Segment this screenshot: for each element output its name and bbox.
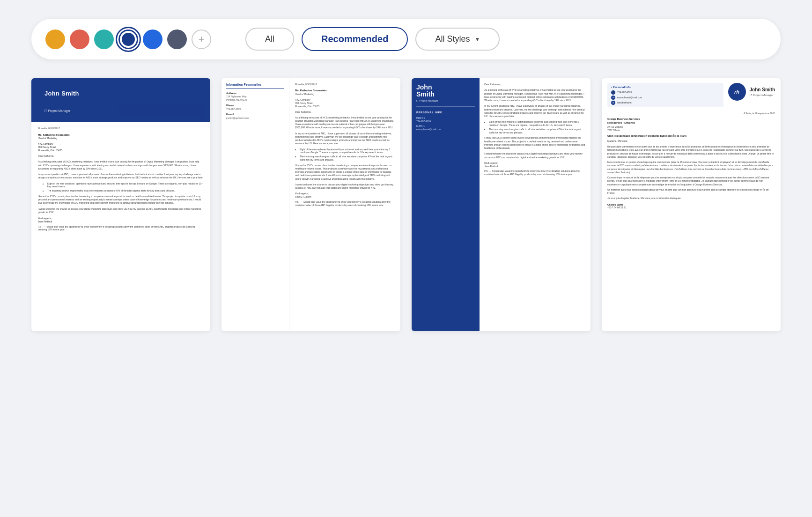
card4-name: John Smith	[750, 87, 775, 93]
card4-pi-box: • Personal Info 📞 774-987-4009 ✉ example…	[607, 83, 723, 107]
card3-bullet-2: The incoming search engine traffic to al…	[489, 128, 586, 134]
card2-para4: I would welcome the chance to discuss yo…	[295, 183, 395, 190]
card3-para3: In my current position at ABC, I have su…	[484, 104, 586, 118]
card2-para3: I know that XYZ's current plans involve …	[295, 164, 395, 181]
card4-avatar: rh	[728, 83, 746, 101]
color-swatches: +	[45, 30, 211, 49]
card4-sign-phone: +33 7 54 84 21 21	[607, 206, 775, 209]
card3-email-label: E-mail	[416, 125, 475, 128]
card4-jobtitle: IT Project Manager	[750, 93, 775, 97]
card4-linkedin: /innoberthahn	[617, 101, 632, 104]
card3-ps: P.S. — I would also value the opportunit…	[484, 170, 586, 176]
card4-linkedin-row: in /innoberthahn	[611, 101, 720, 105]
card1-company: XYZ Company 000 Peony Street Flowerville…	[38, 142, 204, 152]
card4-email-row: ✉ examplemail@mail.com	[611, 96, 720, 100]
blue-ring-swatch[interactable]	[118, 30, 138, 49]
card4-date-loc: À Paris, le 20 septembre 2020	[607, 112, 775, 115]
card1-dear: Dear Katherine,	[38, 155, 204, 158]
card4-para3: Conscient que le marché de la téléphonie…	[607, 176, 775, 186]
dropdown-arrow-icon: ▼	[474, 36, 480, 43]
resume-card-4[interactable]: • Personal Info 📞 774-987-4009 ✉ example…	[602, 78, 781, 331]
teal-swatch[interactable]	[94, 30, 114, 49]
card4-para4: Un entretien avec vous serait l'occasion…	[607, 188, 775, 195]
email-icon: ✉	[611, 96, 615, 100]
card2-para2: In my current position at ABC, I have su…	[295, 132, 395, 146]
card3-content: Dear Katherine, As a lifelong enthusiast…	[480, 78, 591, 331]
card3-email: examplemail@mail.com	[416, 128, 475, 131]
card1-para3: I know that XYZ's current plans involve …	[38, 195, 204, 205]
all-filter-button[interactable]: All	[245, 28, 294, 51]
toolbar-divider	[233, 28, 233, 51]
card1-para4: I would welcome the chance to discuss yo…	[38, 207, 204, 214]
card4-phone-row: 📞 774-987-4009	[611, 90, 720, 95]
dark-grey-swatch[interactable]	[167, 30, 187, 49]
card3-phone-label: Phone	[416, 117, 475, 120]
resume-card-3[interactable]: JohnSmith IT Project Manager Personal In…	[412, 78, 591, 331]
card2-email-label: E-mail	[226, 113, 284, 116]
card1-bullets: Eight of the nine websites I optimized h…	[38, 182, 204, 192]
card2-right-column: Flowville, 06/01/2017 Ms. Katherine Bloo…	[289, 78, 400, 331]
card1-date: Flowville, 06/01/2017	[38, 127, 204, 130]
recommended-filter-button[interactable]: Recommended	[302, 27, 408, 51]
card1-para2: In my current position at ABC, I have su…	[38, 173, 204, 180]
card4-para5: Je vous prie d'agréer, Madame, Monsieur,…	[607, 197, 775, 200]
card1-header: John Smith IT Project Manager	[31, 78, 210, 122]
card4-top-section: • Personal Info 📞 774-987-4009 ✉ example…	[602, 78, 781, 112]
card2-phone-label: Phone	[226, 104, 284, 107]
resume-card-2[interactable]: Information Pesonnelles Address 124 Righ…	[221, 78, 400, 331]
resume-card-1[interactable]: John Smith IT Project Manager Flowville,…	[31, 78, 210, 331]
card2-phone-val: 774-987-4009	[226, 108, 284, 111]
add-swatch-button[interactable]: +	[192, 30, 211, 49]
card1-recipient: Ms. Katherine Bloomstein Head of Marketi…	[38, 133, 204, 140]
linkedin-icon: in	[611, 101, 615, 105]
card3-sign: Kind regards,Jane Redlock	[484, 162, 586, 168]
card3-para1: Dear Katherine,	[484, 83, 586, 86]
card4-email: examplemail@mail.com	[617, 96, 642, 99]
card2-para1: As a lifelong enthusiast of XYZ's market…	[295, 116, 395, 130]
resume-cards-grid: John Smith IT Project Manager Flowville,…	[31, 78, 781, 331]
card4-address: 27 rue Médéric75017 Paris	[607, 126, 775, 132]
card4-dept: Ressources Humaines	[607, 121, 775, 125]
card4-name-block: rh John Smith IT Project Manager	[728, 83, 775, 101]
card1-title: IT Project Manager	[38, 103, 204, 118]
toolbar: + All Recommended All Styles ▼	[31, 19, 781, 59]
card4-sign-name: Charles Sartre	[607, 203, 775, 207]
card1-body: Flowville, 06/01/2017 Ms. Katherine Bloo…	[31, 122, 210, 236]
card2-bullets: Eight of the nine websites I optimized h…	[295, 148, 395, 162]
card3-bullets: Eight of the nine websites I optimized h…	[484, 120, 586, 134]
card4-salutation: Madame, Monsieur,	[607, 140, 775, 143]
card4-subject: Objet : Responsable commercial en téléph…	[607, 134, 775, 138]
card1-signature: Kind regards, Jane Redlock	[38, 217, 204, 223]
card2-address-val: 124 Rightward WayPortland, ME 04210	[226, 95, 284, 102]
card4-personal-info-box: • Personal Info 📞 774-987-4009 ✉ example…	[607, 83, 723, 109]
recipient-role: Head of Marketing	[38, 137, 204, 140]
card2-layout: Information Pesonnelles Address 124 Righ…	[221, 78, 400, 331]
card2-company: XYZ Company099 Peony StreetFlowerville, …	[295, 98, 395, 108]
card3-name: JohnSmith	[416, 84, 475, 98]
card3-jobtitle: IT Project Manager	[416, 99, 475, 103]
card3-phone: 774-987-4009	[416, 120, 475, 123]
phone-icon: 📞	[611, 90, 615, 95]
card4-para2: Mes expériences en gestion d'une large é…	[607, 161, 775, 174]
yellow-swatch[interactable]	[45, 30, 65, 49]
card1-para1: As a lifelong enthusiast of XYZ's market…	[38, 160, 204, 170]
all-styles-filter-button[interactable]: All Styles ▼	[415, 28, 500, 51]
card1-bullet-2: The incoming search engine traffic to al…	[47, 189, 204, 192]
card3-para4: I know that XYZ's current plans involve …	[484, 136, 586, 150]
card1-bullet-1: Eight of the nine websites I optimized h…	[47, 182, 204, 189]
card4-pi-title: • Personal Info	[611, 85, 720, 89]
card2-date: Flowville, 06/01/2017	[295, 83, 395, 86]
card2-recipient-role: Head of Marketing	[295, 93, 395, 96]
card4-phone: 774-987-4009	[617, 91, 632, 94]
card3-bullet-1: Eight of the nine websites I optimized h…	[489, 120, 586, 127]
card1-ps: P.S. — I would also value the opportunit…	[38, 225, 204, 232]
recipient-name: Ms. Katherine Bloomstein	[38, 133, 204, 137]
card2-left-column: Information Pesonnelles Address 124 Righ…	[221, 78, 289, 331]
coral-swatch[interactable]	[70, 30, 89, 49]
card4-addressee: Orange Business Services	[607, 118, 775, 121]
card3-personal-info-title: Personal Info	[416, 111, 475, 114]
bright-blue-swatch[interactable]	[143, 30, 162, 49]
card2-info-title: Information Pesonnelles	[226, 83, 284, 89]
card2-address-label: Address	[226, 92, 284, 95]
card3-para2: As a lifelong enthusiast of XYZ's market…	[484, 89, 586, 102]
